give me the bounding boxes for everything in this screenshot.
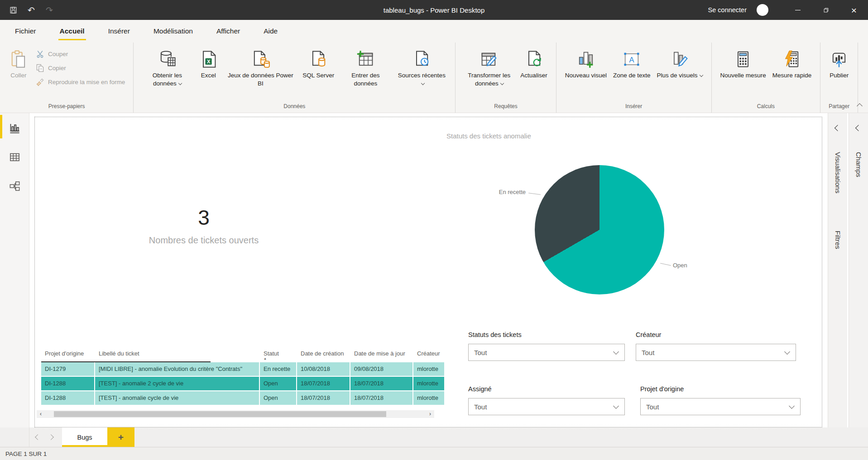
ribbon-button-reproduire-la-mise-en-forme[interactable]: Reproduire la mise en forme [33,75,128,89]
table-row[interactable]: DI-1288[TEST] - anomalie 2 cycle de vieO… [41,377,444,390]
pie-label-open: Open [673,262,687,269]
slicer-dropdown-createur[interactable]: Tout [636,344,796,361]
fields-panel-label[interactable]: Champs [855,152,863,177]
svg-text:X: X [207,59,211,64]
ribbon-button-jeux-de-donnees-power-bi[interactable]: Jeux de données Power BI [221,46,299,88]
ribbon-button-zone-de-texte[interactable]: AZone de texte [610,46,654,81]
chevron-down-icon [784,349,790,355]
card-label: Nombres de tickets ouverts [93,235,315,246]
table-row[interactable]: DI-1279[MIDI LIBRE] - anomalie Evolution… [41,362,444,376]
slicer-dropdown-projet-d-origine[interactable]: Tout [640,398,801,415]
ribbon-group-inserer: Nouveau visuelAZone de textePlus de visu… [556,43,712,113]
ribbon-button-coller[interactable]: Coller [5,46,32,81]
get-data-icon [157,47,177,71]
ribbon-button-nouveau-visuel[interactable]: Nouveau visuel [562,46,610,81]
ribbon-button-excel[interactable]: XExcel [195,46,221,81]
ribbon-button-obtenir-les-donnees[interactable]: Obtenir les données [139,46,195,88]
powerbi-desktop-window: ↶ ↷ tableau_bugs - Power BI Desktop Se c… [0,0,868,460]
ribbon-button-publier[interactable]: Publier [826,46,852,81]
column-header-libelle-du-ticket[interactable]: Libellé du ticket [95,348,260,361]
restore-button[interactable] [812,0,840,20]
slicer-assigne: AssignéTout [468,385,625,415]
table-header-row: Projet d'origineLibellé du ticketStatut▲… [41,348,444,361]
slicer-dropdown-statuts-des-tickets[interactable]: Tout [468,344,625,361]
report-canvas[interactable]: 3 Nombres de tickets ouverts Statuts des… [29,113,828,427]
table-row[interactable]: DI-1288[TEST] - anomalie cycle de vieOpe… [41,391,444,405]
column-header-createur[interactable]: Créateur [413,348,444,361]
save-icon[interactable] [8,5,18,15]
sort-ascending-icon: ▲ [264,357,293,360]
ribbon-button-mesure-rapide[interactable]: Mesure rapide [769,46,815,81]
slicer-value: Tout [642,349,785,356]
visualizations-panel-label[interactable]: Visualisations [834,152,842,193]
model-view-button[interactable] [0,175,29,196]
page-nav [29,427,59,447]
tab-afficher[interactable]: Afficher [216,20,240,43]
refresh-icon [524,47,544,71]
chevron-down-icon [613,403,619,409]
ribbon-button-plus-de-visuels[interactable]: Plus de visuels [654,46,706,81]
redo-icon: ↷ [44,5,54,15]
expand-visualizations-icon[interactable] [834,125,841,131]
column-header-date-de-creation[interactable]: Date de création [297,348,350,361]
slicer-projet-d-origine: Projet d'origineTout [640,385,801,415]
slicer-dropdown-assigne[interactable]: Tout [468,398,625,415]
table-horizontal-scrollbar[interactable]: ‹ › [37,410,434,418]
slicer-label: Assigné [468,385,625,393]
close-button[interactable]: × [840,0,868,20]
enter-data-icon [355,47,375,71]
data-view-button[interactable] [0,147,29,167]
undo-icon[interactable]: ↶ [26,5,36,15]
table-visual[interactable]: Projet d'origineLibellé du ticketStatut▲… [41,348,444,405]
filters-panel-label[interactable]: Filtres [834,231,842,249]
ribbon-group-calculs: Nouvelle mesureMesure rapideCalculs [712,43,821,113]
column-header-date-de-mise-a-jour[interactable]: Date de mise à jour [350,348,413,361]
sign-in-button[interactable]: Se connecter [708,6,747,14]
ribbon-button-copier[interactable]: Copier [33,61,128,75]
tab-aide[interactable]: Aide [264,20,278,43]
paste-icon [9,47,29,71]
ribbon-button-actualiser[interactable]: Actualiser [517,46,550,81]
ribbon-button-transformer-les-donnees[interactable]: Transformer les données [461,46,517,88]
ribbon-group-label: Insérer [556,103,711,113]
tab-accueil[interactable]: Accueil [60,20,85,43]
scrollbar-thumb[interactable] [54,411,386,417]
ribbon-button-sql-server[interactable]: SQL Server [299,46,337,81]
add-page-button[interactable]: + [107,427,134,447]
slicer-value: Tout [646,403,790,411]
workspace: 3 Nombres de tickets ouverts Statuts des… [0,113,868,427]
avatar[interactable] [757,4,768,16]
next-page-icon[interactable] [48,434,54,440]
scrollbar-track[interactable] [45,410,426,418]
expand-fields-icon[interactable] [855,125,862,131]
ribbon-button-sources-recentes[interactable]: Sources récentes [393,46,450,88]
card-visual[interactable]: 3 Nombres de tickets ouverts [93,199,315,246]
chevron-down-icon [789,403,795,409]
report-view-button[interactable] [0,118,29,138]
tab-modelisation[interactable]: Modélisation [153,20,193,43]
cut-icon [35,49,45,59]
column-header-statut[interactable]: Statut▲ [260,348,297,361]
ribbon-button-entrer-des-donnees[interactable]: Entrer des données [337,46,393,88]
ribbon-button-couper[interactable]: Couper [33,47,128,61]
previous-page-icon[interactable] [35,434,41,440]
copy-icon [35,63,45,73]
data-view-icon [9,151,21,163]
pie-chart[interactable] [535,165,664,294]
ribbon-group-presse-papiers: CollerCouperCopierReproduire la mise en … [0,43,134,113]
ribbon: CollerCouperCopierReproduire la mise en … [0,43,868,113]
slicer-value: Tout [474,403,614,411]
ribbon-button-nouvelle-mesure[interactable]: Nouvelle mesure [717,46,769,81]
ribbon-group-label: Requêtes [456,103,556,113]
page-tab-bugs[interactable]: Bugs [62,427,107,447]
tab-fichier[interactable]: Fichier [15,20,36,43]
chevron-down-icon [500,81,504,85]
tab-inserer[interactable]: Insérer [108,20,130,43]
scroll-left-icon[interactable]: ‹ [37,410,45,418]
scroll-right-icon[interactable]: › [426,410,434,418]
sql-server-icon [308,47,328,71]
minimize-button[interactable] [784,0,812,20]
visualizations-panel-collapsed: Visualisations Filtres [828,113,847,427]
column-header-projet-d-origine[interactable]: Projet d'origine [41,348,95,361]
more-visuals-icon [670,47,690,71]
